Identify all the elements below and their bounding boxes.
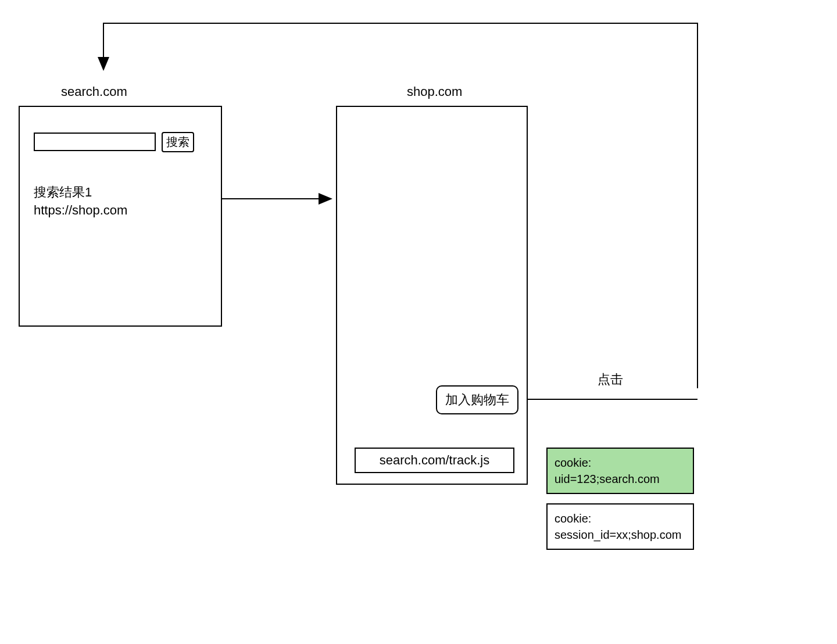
cookie-search-value: uid=123;search.com bbox=[555, 471, 686, 487]
track-script-box: search.com/track.js bbox=[355, 448, 514, 473]
add-to-cart-button[interactable]: 加入购物车 bbox=[436, 385, 518, 414]
cookie-shop-label: cookie: bbox=[555, 510, 686, 527]
cookie-shop-box: cookie: session_id=xx;shop.com bbox=[546, 503, 694, 550]
click-label: 点击 bbox=[598, 371, 623, 388]
search-result[interactable]: 搜索结果1 https://shop.com bbox=[34, 184, 127, 220]
result-title: 搜索结果1 bbox=[34, 184, 127, 202]
search-input[interactable] bbox=[34, 133, 156, 151]
shop-site-box bbox=[336, 106, 528, 485]
search-button[interactable]: 搜索 bbox=[162, 132, 194, 152]
shop-site-title: shop.com bbox=[407, 84, 462, 99]
search-site-title: search.com bbox=[61, 84, 127, 99]
cookie-search-box: cookie: uid=123;search.com bbox=[546, 448, 694, 494]
cookie-search-label: cookie: bbox=[555, 455, 686, 471]
result-url: https://shop.com bbox=[34, 202, 127, 220]
cookie-shop-value: session_id=xx;shop.com bbox=[555, 527, 686, 543]
